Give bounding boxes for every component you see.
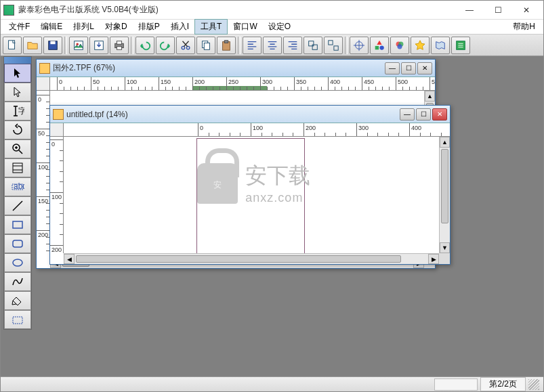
menu-object[interactable]: 对象D xyxy=(100,20,133,34)
open-button[interactable] xyxy=(23,37,42,54)
redo-button[interactable] xyxy=(156,37,175,54)
doc2-maximize-button[interactable]: ☐ xyxy=(416,108,431,121)
frame-tool[interactable] xyxy=(4,158,31,177)
doc1-maximize-button[interactable]: ☐ xyxy=(401,62,416,74)
svg-rect-15 xyxy=(309,41,314,45)
ungroup-button[interactable] xyxy=(324,37,343,54)
svg-rect-17 xyxy=(329,40,333,44)
svg-rect-32 xyxy=(13,240,22,247)
status-page: 第2/2页 xyxy=(480,377,526,391)
pen-tool[interactable] xyxy=(4,291,31,310)
doc1-title: 国外2.TPF (67%) xyxy=(53,62,383,74)
minimize-button[interactable]: — xyxy=(455,2,484,18)
settings-button[interactable] xyxy=(451,37,470,54)
scroll-up-icon[interactable]: ▲ xyxy=(425,91,435,102)
svg-rect-14 xyxy=(224,40,228,43)
ruler-corner xyxy=(37,77,50,91)
svg-text:abc: abc xyxy=(14,181,24,191)
svg-text:字: 字 xyxy=(18,106,24,116)
star-button[interactable] xyxy=(411,37,430,54)
scroll-right-icon[interactable]: ▶ xyxy=(428,254,439,264)
doc2-close-button[interactable]: ✕ xyxy=(432,108,447,121)
scroll-left-icon[interactable]: ◀ xyxy=(64,254,75,264)
menu-window[interactable]: 窗口W xyxy=(228,20,262,34)
vscroll-thumb[interactable] xyxy=(441,149,448,223)
close-button[interactable]: ✕ xyxy=(512,2,541,18)
menu-tools[interactable]: 工具T xyxy=(194,19,228,35)
doc2-vscroll[interactable]: ▲ ▼ xyxy=(439,137,450,253)
svg-point-21 xyxy=(379,45,383,49)
scroll-down-icon[interactable]: ▼ xyxy=(440,242,450,253)
status-bar: 第2/2页 xyxy=(1,376,543,391)
pointer-tool[interactable] xyxy=(4,64,31,83)
align-right-button[interactable] xyxy=(283,37,302,54)
doc2-hscroll[interactable]: ◀ ▶ xyxy=(64,253,439,264)
doc2-title: untitled.tpf (14%) xyxy=(66,110,398,119)
menu-help[interactable]: 帮助H xyxy=(507,20,541,34)
new-button[interactable] xyxy=(3,37,22,54)
document-icon xyxy=(39,63,50,74)
doc2-titlebar[interactable]: untitled.tpf (14%) — ☐ ✕ xyxy=(50,106,450,123)
menu-edit[interactable]: 编辑E xyxy=(35,20,68,34)
map-button[interactable] xyxy=(431,37,450,54)
svg-point-33 xyxy=(13,259,22,266)
horizontal-ruler[interactable]: 0100200300400500600 xyxy=(64,123,450,137)
svg-rect-34 xyxy=(13,317,22,324)
svg-rect-16 xyxy=(312,45,317,49)
align-left-button[interactable] xyxy=(243,37,261,54)
doc1-close-button[interactable]: ✕ xyxy=(417,62,432,74)
curve-tool[interactable] xyxy=(4,272,31,291)
menu-layout[interactable]: 排版P xyxy=(133,20,165,34)
textbox-tool[interactable]: abc xyxy=(4,177,31,196)
menu-file[interactable]: 文件F xyxy=(3,20,35,34)
export-button[interactable] xyxy=(89,37,108,54)
undo-button[interactable] xyxy=(135,37,154,54)
ellipse-tool[interactable] xyxy=(4,253,31,272)
rounded-rect-tool[interactable] xyxy=(4,234,31,253)
align-center-button[interactable] xyxy=(263,37,282,54)
maximize-button[interactable]: ☐ xyxy=(484,2,512,18)
svg-point-4 xyxy=(76,43,79,45)
rectangle-tool[interactable] xyxy=(4,215,31,234)
cut-button[interactable] xyxy=(176,37,195,54)
import-button[interactable] xyxy=(69,37,88,54)
scroll-up-icon[interactable]: ▲ xyxy=(440,137,450,148)
doc2-canvas[interactable] xyxy=(64,137,439,253)
rotate-tool[interactable] xyxy=(4,121,31,139)
vertical-ruler[interactable]: 0100200300 xyxy=(50,137,64,253)
menu-insert[interactable]: 插入I xyxy=(165,20,194,34)
svg-rect-12 xyxy=(204,43,209,49)
horizontal-ruler[interactable]: 050100150200250300350400450500550 xyxy=(50,77,435,91)
doc2-minimize-button[interactable]: — xyxy=(400,108,415,121)
palette-header[interactable] xyxy=(4,57,31,64)
svg-rect-8 xyxy=(117,46,121,49)
text-tool[interactable]: 字 xyxy=(4,102,31,121)
ruler-corner xyxy=(50,123,64,137)
vertical-ruler[interactable]: 050100150200250300 xyxy=(37,91,50,257)
line-tool[interactable] xyxy=(4,196,31,215)
svg-rect-31 xyxy=(13,221,22,228)
zoom-tool[interactable] xyxy=(4,139,31,158)
copy-button[interactable] xyxy=(196,37,215,54)
colors-button[interactable] xyxy=(390,37,409,54)
shapes-button[interactable] xyxy=(370,37,389,54)
document-window-2[interactable]: untitled.tpf (14%) — ☐ ✕ 010020030040050… xyxy=(49,105,451,265)
pointer-outline-tool[interactable] xyxy=(4,83,31,102)
crosshair-button[interactable] xyxy=(350,37,369,54)
svg-rect-28 xyxy=(13,163,22,173)
doc1-minimize-button[interactable]: — xyxy=(385,62,400,74)
menu-arrange[interactable]: 排列L xyxy=(68,20,100,34)
app-title: 蒙泰彩色电子出版系统 V5.0B4(专业版) xyxy=(18,4,455,16)
page-outline xyxy=(196,138,305,253)
paste-button[interactable] xyxy=(217,37,236,54)
menu-settings[interactable]: 设定O xyxy=(263,20,296,34)
doc1-titlebar[interactable]: 国外2.TPF (67%) — ☐ ✕ xyxy=(37,60,435,77)
resize-grip-icon[interactable] xyxy=(528,379,539,390)
mdi-workspace: 字 abc 国外2.TPF (67%) — ☐ ✕ 05010015020025… xyxy=(1,56,543,376)
crop-tool[interactable] xyxy=(4,310,31,329)
print-button[interactable] xyxy=(110,37,129,54)
hscroll-thumb[interactable] xyxy=(76,255,401,263)
save-button[interactable] xyxy=(43,37,62,54)
group-button[interactable] xyxy=(304,37,322,54)
status-cell-1 xyxy=(434,378,478,391)
